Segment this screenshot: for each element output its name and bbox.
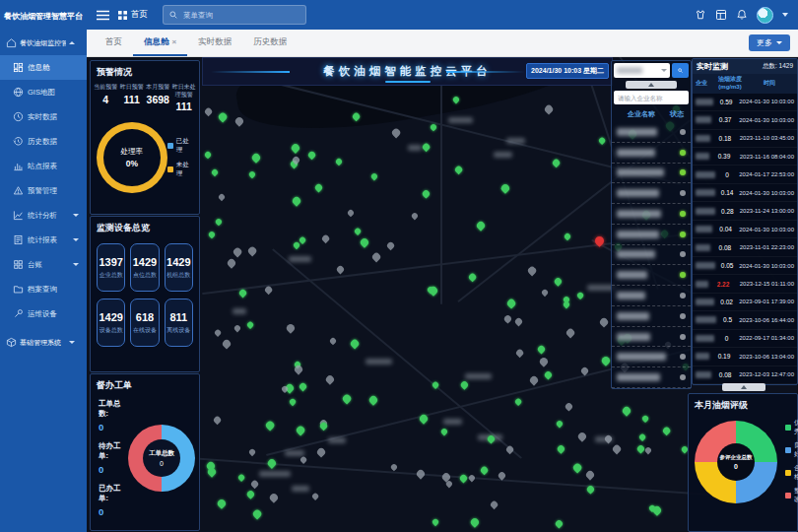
legend-item[interactable]: 整改	[785, 487, 798, 504]
collapse-handle[interactable]	[722, 383, 765, 391]
map-pin-online[interactable]	[638, 433, 646, 441]
map-pin-online[interactable]	[335, 158, 344, 166]
map-pin-online[interactable]	[306, 151, 316, 161]
map-pin-online[interactable]	[432, 517, 439, 525]
sidebar-item-6[interactable]: 统计分析	[0, 203, 87, 228]
realtime-row-0[interactable]: 0.592024-01-30 10:03:00	[693, 94, 797, 111]
map-pin-offline[interactable]	[336, 264, 346, 274]
company-row-1[interactable]	[612, 143, 691, 164]
map-pin-offline[interactable]	[541, 289, 549, 297]
map-pin-online[interactable]	[479, 466, 489, 476]
map-pin-online[interactable]	[264, 420, 275, 431]
company-row-11[interactable]	[612, 347, 691, 367]
sidebar-item-7[interactable]: 统计报表	[0, 228, 87, 252]
map-pin-online[interactable]	[314, 182, 324, 192]
map-pin-online[interactable]	[597, 136, 605, 144]
layout-icon[interactable]	[715, 9, 727, 21]
collapse-handle[interactable]	[626, 81, 677, 89]
company-row-6[interactable]	[612, 245, 691, 266]
map-pin-online[interactable]	[563, 233, 571, 241]
map-pin-online[interactable]	[250, 152, 262, 164]
map-pin-offline[interactable]	[226, 258, 236, 269]
realtime-row-3[interactable]: 0.392023-11-16 08:04:00	[693, 148, 797, 166]
sidebar-item-4[interactable]: 站点报表	[0, 154, 87, 178]
legend-item[interactable]: 已处理	[167, 137, 195, 155]
company-name-input[interactable]	[614, 91, 689, 104]
realtime-row-8[interactable]: 0.082023-11-01 22:23:00	[693, 238, 797, 256]
company-row-12[interactable]	[612, 367, 691, 388]
map-pin-offline[interactable]	[217, 193, 225, 201]
map-pin-offline[interactable]	[249, 480, 258, 489]
notification-icon[interactable]	[736, 9, 748, 21]
map-pin-online[interactable]	[621, 405, 632, 416]
realtime-row-10[interactable]: 2.222023-12-15 01:11:00	[693, 275, 797, 293]
legend-item[interactable]: 合格	[785, 464, 798, 482]
menu-search-input[interactable]	[181, 10, 299, 21]
map-pin-offline[interactable]	[321, 234, 330, 243]
realtime-row-12[interactable]: 0.52023-10-06 16:44:00	[693, 311, 797, 329]
device-card-2[interactable]: 1429机组总数	[165, 243, 193, 292]
map-pin-offline[interactable]	[315, 446, 326, 457]
map-pin-offline[interactable]	[489, 500, 498, 509]
realtime-row-2[interactable]: 0.182023-11-10 03:45:00	[693, 130, 797, 148]
map-pin-offline[interactable]	[248, 448, 256, 456]
realtime-row-5[interactable]: 0.142024-01-30 10:03:00	[693, 184, 797, 202]
map-pin-offline[interactable]	[515, 348, 524, 357]
map-pin-offline[interactable]	[612, 444, 623, 455]
map-canvas[interactable]: 餐饮油烟智能监控云平台 2024/1/30 10:03 星期二 预警情况 当前预…	[87, 57, 798, 532]
realtime-row-13[interactable]: 02022-09-17 01:34:00	[693, 330, 797, 348]
map-pin-online[interactable]	[552, 158, 562, 167]
legend-item[interactable]: 良好	[785, 441, 798, 459]
map-pin-online[interactable]	[563, 300, 571, 309]
company-row-10[interactable]	[612, 327, 691, 348]
map-pin-online[interactable]	[641, 415, 649, 423]
map-pin-online[interactable]	[468, 272, 477, 281]
map-pin-offline[interactable]	[385, 241, 395, 251]
map-pin-offline[interactable]	[390, 462, 399, 471]
map-pin-offline[interactable]	[467, 473, 476, 482]
map-pin-online[interactable]	[298, 382, 307, 392]
map-pin-offline[interactable]	[233, 246, 243, 257]
map-pin-offline[interactable]	[311, 493, 319, 500]
avatar[interactable]	[757, 7, 773, 24]
map-pin-offline[interactable]	[329, 337, 338, 346]
map-pin-offline[interactable]	[214, 329, 222, 337]
company-row-2[interactable]	[612, 164, 691, 184]
map-pin-online[interactable]	[556, 419, 565, 428]
map-pin-online[interactable]	[218, 111, 229, 122]
map-pin-online[interactable]	[245, 321, 253, 329]
sidebar-item-9[interactable]: 档案查询	[0, 277, 87, 301]
map-pin-online[interactable]	[299, 235, 306, 243]
map-pin-online[interactable]	[429, 286, 440, 298]
company-row-5[interactable]	[612, 225, 691, 245]
map-pin-online[interactable]	[572, 463, 583, 474]
sidebar-item-10[interactable]: 运维设备	[0, 301, 87, 326]
map-pin-online[interactable]	[248, 170, 257, 179]
map-pin-online[interactable]	[459, 474, 469, 484]
map-pin-online[interactable]	[555, 518, 565, 528]
map-pin-offline[interactable]	[565, 402, 574, 412]
map-pin-online[interactable]	[341, 394, 352, 405]
tab-3[interactable]: 历史数据	[242, 30, 298, 56]
map-pin-online[interactable]	[290, 142, 301, 154]
map-pin-offline[interactable]	[538, 356, 550, 367]
theme-icon[interactable]	[695, 9, 706, 21]
realtime-row-15[interactable]: 0.082023-12-03 12:47:00	[693, 366, 797, 384]
realtime-row-4[interactable]: 02024-01-17 22:53:00	[693, 166, 797, 183]
sidebar-item-2[interactable]: 实时数据	[0, 104, 87, 129]
company-row-8[interactable]	[612, 286, 691, 306]
more-button[interactable]: 更多	[749, 34, 790, 51]
realtime-row-7[interactable]: 0.042024-01-30 10:03:00	[693, 221, 797, 238]
map-pin-offline[interactable]	[544, 103, 555, 114]
map-pin-offline[interactable]	[347, 209, 356, 218]
map-pin-offline[interactable]	[576, 431, 588, 442]
map-pin-online[interactable]	[469, 517, 481, 529]
map-pin-offline[interactable]	[528, 375, 539, 386]
map-pin-online[interactable]	[207, 231, 216, 239]
map-pin-online[interactable]	[475, 221, 486, 232]
map-pin-online[interactable]	[553, 276, 563, 286]
map-pin-online[interactable]	[293, 241, 300, 249]
device-card-0[interactable]: 1397企业总数	[97, 243, 125, 292]
map-pin-online[interactable]	[514, 398, 522, 406]
map-pin-online[interactable]	[440, 427, 449, 435]
